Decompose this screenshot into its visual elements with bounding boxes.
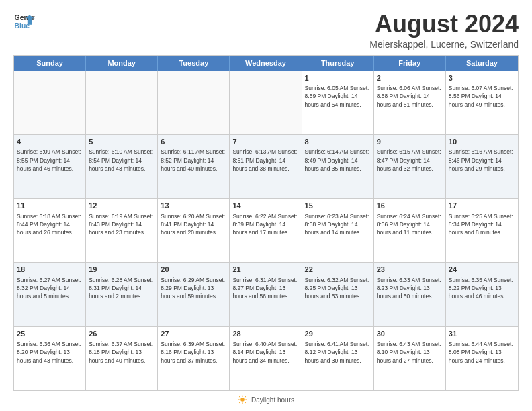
day-number: 12 (89, 201, 154, 211)
cal-cell-2-7: 10Sunrise: 6:16 AM Sunset: 8:46 PM Dayli… (446, 135, 518, 198)
day-number: 20 (161, 265, 226, 275)
day-info: Sunrise: 6:35 AM Sunset: 8:22 PM Dayligh… (449, 276, 515, 301)
cal-cell-1-7: 3Sunrise: 6:07 AM Sunset: 8:56 PM Daylig… (446, 71, 518, 134)
day-number: 15 (305, 201, 371, 211)
cal-cell-5-6: 30Sunrise: 6:43 AM Sunset: 8:10 PM Dayli… (374, 327, 446, 390)
day-info: Sunrise: 6:23 AM Sunset: 8:38 PM Dayligh… (305, 212, 371, 237)
day-info: Sunrise: 6:06 AM Sunset: 8:58 PM Dayligh… (377, 84, 443, 109)
day-info: Sunrise: 6:13 AM Sunset: 8:51 PM Dayligh… (232, 148, 298, 173)
cal-cell-1-2 (86, 71, 158, 134)
cal-cell-3-4: 14Sunrise: 6:22 AM Sunset: 8:39 PM Dayli… (230, 199, 302, 262)
calendar-header: Sunday Monday Tuesday Wednesday Thursday… (14, 56, 518, 71)
day-info: Sunrise: 6:31 AM Sunset: 8:27 PM Dayligh… (232, 276, 298, 301)
svg-line-8 (239, 396, 240, 397)
day-number: 7 (232, 137, 298, 147)
cal-cell-4-1: 18Sunrise: 6:27 AM Sunset: 8:32 PM Dayli… (14, 263, 86, 326)
day-number: 13 (161, 201, 226, 211)
cal-cell-1-4 (230, 71, 302, 134)
cal-cell-3-3: 13Sunrise: 6:20 AM Sunset: 8:41 PM Dayli… (158, 199, 230, 262)
day-number: 8 (305, 137, 371, 147)
day-info: Sunrise: 6:24 AM Sunset: 8:36 PM Dayligh… (377, 212, 443, 237)
day-number: 2 (377, 73, 443, 83)
cal-cell-4-6: 23Sunrise: 6:33 AM Sunset: 8:23 PM Dayli… (374, 263, 446, 326)
cal-cell-3-5: 15Sunrise: 6:23 AM Sunset: 8:38 PM Dayli… (302, 199, 374, 262)
header-sunday: Sunday (14, 56, 86, 71)
sun-icon (238, 395, 247, 404)
day-info: Sunrise: 6:41 AM Sunset: 8:12 PM Dayligh… (305, 340, 371, 365)
day-number: 5 (89, 137, 154, 147)
day-number: 4 (17, 137, 83, 147)
day-info: Sunrise: 6:11 AM Sunset: 8:52 PM Dayligh… (161, 148, 226, 173)
day-number: 17 (449, 201, 515, 211)
cal-cell-5-7: 31Sunrise: 6:44 AM Sunset: 8:08 PM Dayli… (446, 327, 518, 390)
day-info: Sunrise: 6:16 AM Sunset: 8:46 PM Dayligh… (449, 148, 515, 173)
day-info: Sunrise: 6:37 AM Sunset: 8:18 PM Dayligh… (89, 340, 154, 365)
day-number: 1 (305, 73, 371, 83)
logo: General Blue (13, 11, 35, 32)
cal-cell-3-2: 12Sunrise: 6:19 AM Sunset: 8:43 PM Dayli… (86, 199, 158, 262)
day-number: 16 (377, 201, 443, 211)
day-number: 29 (305, 329, 371, 339)
day-number: 6 (161, 137, 226, 147)
cal-cell-4-3: 20Sunrise: 6:29 AM Sunset: 8:29 PM Dayli… (158, 263, 230, 326)
day-info: Sunrise: 6:07 AM Sunset: 8:56 PM Dayligh… (449, 84, 515, 109)
day-number: 27 (161, 329, 226, 339)
cal-cell-1-1 (14, 71, 86, 134)
day-number: 14 (232, 201, 298, 211)
day-number: 3 (449, 73, 515, 83)
svg-point-3 (240, 398, 245, 402)
cal-cell-3-7: 17Sunrise: 6:25 AM Sunset: 8:34 PM Dayli… (446, 199, 518, 262)
day-info: Sunrise: 6:29 AM Sunset: 8:29 PM Dayligh… (161, 276, 226, 301)
cal-cell-2-2: 5Sunrise: 6:10 AM Sunset: 8:54 PM Daylig… (86, 135, 158, 198)
cal-cell-5-3: 27Sunrise: 6:39 AM Sunset: 8:16 PM Dayli… (158, 327, 230, 390)
day-info: Sunrise: 6:39 AM Sunset: 8:16 PM Dayligh… (161, 340, 226, 365)
day-number: 9 (377, 137, 443, 147)
day-number: 10 (449, 137, 515, 147)
footer: Daylight hours (13, 395, 519, 404)
day-number: 26 (89, 329, 154, 339)
day-info: Sunrise: 6:44 AM Sunset: 8:08 PM Dayligh… (449, 340, 515, 365)
calendar: Sunday Monday Tuesday Wednesday Thursday… (13, 55, 519, 391)
main-title: August 2024 (369, 11, 519, 38)
calendar-row-4: 18Sunrise: 6:27 AM Sunset: 8:32 PM Dayli… (14, 262, 518, 326)
cal-cell-4-7: 24Sunrise: 6:35 AM Sunset: 8:22 PM Dayli… (446, 263, 518, 326)
day-info: Sunrise: 6:18 AM Sunset: 8:44 PM Dayligh… (17, 212, 83, 237)
cal-cell-2-6: 9Sunrise: 6:15 AM Sunset: 8:47 PM Daylig… (374, 135, 446, 198)
svg-line-9 (245, 402, 245, 402)
day-info: Sunrise: 6:14 AM Sunset: 8:49 PM Dayligh… (305, 148, 371, 173)
header-wednesday: Wednesday (230, 56, 302, 71)
day-number: 18 (17, 265, 83, 275)
svg-line-10 (245, 396, 245, 397)
cal-cell-5-2: 26Sunrise: 6:37 AM Sunset: 8:18 PM Dayli… (86, 327, 158, 390)
header-tuesday: Tuesday (158, 56, 230, 71)
cal-cell-4-4: 21Sunrise: 6:31 AM Sunset: 8:27 PM Dayli… (230, 263, 302, 326)
day-info: Sunrise: 6:33 AM Sunset: 8:23 PM Dayligh… (377, 276, 443, 301)
day-number: 25 (17, 329, 83, 339)
title-block: August 2024 Meierskappel, Lucerne, Switz… (369, 11, 519, 50)
calendar-row-1: 1Sunrise: 6:05 AM Sunset: 8:59 PM Daylig… (14, 71, 518, 134)
svg-line-11 (239, 402, 240, 402)
footer-note: Daylight hours (13, 395, 519, 404)
cal-cell-2-4: 7Sunrise: 6:13 AM Sunset: 8:51 PM Daylig… (230, 135, 302, 198)
logo-icon: General Blue (13, 11, 35, 32)
cal-cell-1-6: 2Sunrise: 6:06 AM Sunset: 8:58 PM Daylig… (374, 71, 446, 134)
calendar-row-5: 25Sunrise: 6:36 AM Sunset: 8:20 PM Dayli… (14, 326, 518, 390)
header-friday: Friday (374, 56, 446, 71)
cal-cell-3-1: 11Sunrise: 6:18 AM Sunset: 8:44 PM Dayli… (14, 199, 86, 262)
day-number: 19 (89, 265, 154, 275)
day-info: Sunrise: 6:43 AM Sunset: 8:10 PM Dayligh… (377, 340, 443, 365)
cal-cell-3-6: 16Sunrise: 6:24 AM Sunset: 8:36 PM Dayli… (374, 199, 446, 262)
day-info: Sunrise: 6:36 AM Sunset: 8:20 PM Dayligh… (17, 340, 83, 365)
header-thursday: Thursday (302, 56, 374, 71)
day-info: Sunrise: 6:40 AM Sunset: 8:14 PM Dayligh… (232, 340, 298, 365)
day-info: Sunrise: 6:22 AM Sunset: 8:39 PM Dayligh… (232, 212, 298, 237)
day-number: 21 (232, 265, 298, 275)
day-info: Sunrise: 6:05 AM Sunset: 8:59 PM Dayligh… (305, 84, 371, 109)
cal-cell-1-3 (158, 71, 230, 134)
day-info: Sunrise: 6:09 AM Sunset: 8:55 PM Dayligh… (17, 148, 83, 173)
cal-cell-2-3: 6Sunrise: 6:11 AM Sunset: 8:52 PM Daylig… (158, 135, 230, 198)
day-number: 30 (377, 329, 443, 339)
subtitle: Meierskappel, Lucerne, Switzerland (369, 39, 519, 50)
day-number: 28 (232, 329, 298, 339)
day-number: 23 (377, 265, 443, 275)
